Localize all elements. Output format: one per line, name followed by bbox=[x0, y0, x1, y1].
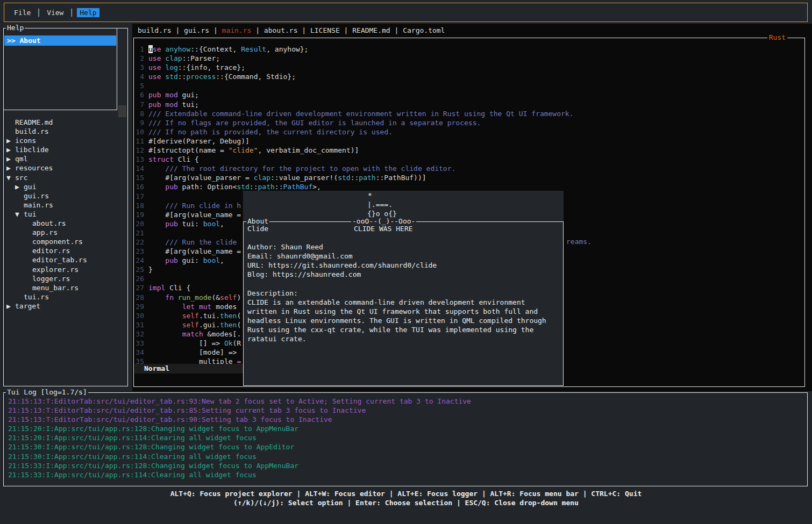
menu-item-file[interactable]: File bbox=[11, 8, 33, 17]
log-entry: 21:15:33:I:App:src/tui/app.rs:128:Changi… bbox=[8, 461, 471, 470]
tui-log-panel: Tui Log [log=1.7/s] 21:15:13:T:EditorTab… bbox=[3, 392, 808, 486]
tree-item-gui-rs[interactable]: gui.rs bbox=[4, 191, 127, 200]
tree-spacer bbox=[24, 274, 32, 283]
tree-item-tui[interactable]: ▼tui bbox=[4, 210, 127, 219]
tab-build-rs[interactable]: build.rs bbox=[138, 26, 172, 34]
code-line[interactable]: 14 /// The root directory for the projec… bbox=[134, 164, 574, 173]
line-number: 14 bbox=[134, 164, 144, 173]
tree-item-gui[interactable]: ▶gui bbox=[4, 182, 127, 191]
chevron-collapsed-icon[interactable]: ▶ bbox=[6, 163, 15, 173]
log-entry: 21:15:13:T:EditorTab:src/tui/editor_tab.… bbox=[8, 406, 471, 415]
tree-item-src[interactable]: ▼src bbox=[4, 173, 127, 182]
code-token: , anyhow}; bbox=[266, 45, 308, 53]
about-popup-line: Clide bbox=[247, 224, 560, 233]
about-popup-line bbox=[247, 279, 560, 289]
code-token: tui; bbox=[178, 101, 199, 109]
tab-cargo-toml[interactable]: Cargo.toml bbox=[403, 26, 445, 34]
code-token: /// Run clide in h bbox=[165, 202, 241, 210]
code-token: Result bbox=[241, 45, 266, 53]
tree-item-explorer-rs[interactable]: explorer.rs bbox=[4, 265, 127, 274]
tree-item-editor-rs[interactable]: editor.rs bbox=[4, 246, 127, 255]
chevron-expanded-icon[interactable]: ▼ bbox=[6, 173, 15, 182]
code-line[interactable]: 1use anyhow::{Context, Result, anyhow}; bbox=[134, 45, 574, 54]
line-number: 3 bbox=[134, 63, 144, 72]
code-line[interactable]: 15 #[arg(value_parser = clap::value_pars… bbox=[134, 173, 574, 182]
code-token: std bbox=[237, 183, 249, 191]
tree-spacer bbox=[24, 219, 32, 228]
tree-item-icons[interactable]: ▶icons bbox=[4, 136, 127, 145]
code-token bbox=[148, 183, 165, 191]
code-line[interactable]: 4use std::process::{Command, Stdio}; bbox=[134, 72, 574, 81]
code-line[interactable]: 12#[structopt(name = "clide", verbatim_d… bbox=[134, 146, 574, 155]
about-popup-line: Author: Shaun Reed bbox=[247, 242, 560, 252]
code-token: ::value_parser!( bbox=[270, 174, 338, 182]
code-token: ::{info, trace}; bbox=[178, 63, 245, 71]
explorer-scrollbar-thumb[interactable] bbox=[118, 105, 126, 117]
code-line[interactable]: 8/// Extendable command-line driven deve… bbox=[134, 109, 574, 118]
code-token bbox=[148, 330, 182, 338]
code-line[interactable]: 9/// If no flags are provided, the GUI e… bbox=[134, 118, 574, 127]
chevron-collapsed-icon[interactable]: ▶ bbox=[6, 145, 15, 154]
code-line[interactable]: 16 pub path: Option<std::path::PathBuf>, bbox=[134, 182, 574, 191]
code-line[interactable]: 6pub mod gui; bbox=[134, 90, 574, 99]
menu-item-view[interactable]: View bbox=[44, 8, 66, 17]
code-line[interactable]: 2use clap::Parser; bbox=[134, 54, 574, 63]
line-number: 34 bbox=[134, 348, 144, 357]
code-token: [mode] => bbox=[148, 348, 237, 356]
about-popup-line: ratatui crate. bbox=[247, 334, 560, 343]
code-token: use bbox=[148, 73, 161, 81]
chevron-collapsed-icon[interactable]: ▶ bbox=[15, 182, 24, 191]
code-line[interactable]: 13struct Cli { bbox=[134, 155, 574, 164]
tree-item-tui-rs[interactable]: tui.rs bbox=[4, 292, 127, 302]
menu-item-help[interactable]: Help bbox=[77, 8, 99, 17]
chevron-collapsed-icon[interactable]: ▶ bbox=[6, 154, 15, 163]
tree-item-label: build.rs bbox=[15, 127, 49, 135]
code-token: let bbox=[182, 303, 195, 311]
chevron-collapsed-icon[interactable]: ▶ bbox=[6, 302, 15, 311]
tree-item-label: editor_tab.rs bbox=[32, 256, 87, 264]
code-line[interactable]: 11#[derive(Parser, Debug)] bbox=[134, 137, 574, 146]
code-token: mod bbox=[165, 91, 177, 99]
tree-item-target[interactable]: ▶target bbox=[4, 302, 127, 311]
tree-item-build-rs[interactable]: build.rs bbox=[4, 127, 127, 136]
code-token: Ok bbox=[224, 339, 233, 347]
tree-item-app-rs[interactable]: app.rs bbox=[4, 228, 127, 237]
tree-item-about-rs[interactable]: about.rs bbox=[4, 219, 127, 228]
tab-license[interactable]: LICENSE bbox=[310, 26, 340, 34]
about-popup-content: Clide Author: Shaun ReedEmail: shaunrd0@… bbox=[247, 224, 560, 343]
tab-main-rs[interactable]: main.rs bbox=[222, 26, 252, 34]
tree-spacer bbox=[15, 200, 24, 210]
about-popup-line bbox=[247, 233, 560, 242]
code-token: bool bbox=[203, 220, 220, 228]
file-tree: README.md build.rs▶icons▶libclide▶qml▶re… bbox=[4, 118, 127, 311]
line-number: 25 bbox=[134, 265, 144, 274]
code-token: #[derive(Parser, Debug)] bbox=[148, 137, 250, 145]
about-popup-line: CLIDE is an extendable command-line driv… bbox=[247, 298, 560, 307]
tree-item-main-rs[interactable]: main.rs bbox=[4, 200, 127, 210]
tree-item-resources[interactable]: ▶resources bbox=[4, 163, 127, 173]
chevron-expanded-icon[interactable]: ▼ bbox=[15, 210, 24, 219]
tree-item-menu-bar-rs[interactable]: menu_bar.rs bbox=[4, 283, 127, 292]
tree-item-editor-tab-rs[interactable]: editor_tab.rs bbox=[4, 255, 127, 264]
tab-gui-rs[interactable]: gui.rs bbox=[184, 26, 209, 34]
code-line[interactable]: 10/// If no path is provided, the curren… bbox=[134, 127, 574, 137]
tree-spacer bbox=[24, 228, 32, 237]
tab-about-rs[interactable]: about.rs bbox=[264, 26, 298, 34]
tree-item-readme-md[interactable]: README.md bbox=[4, 118, 127, 127]
tree-item-component-rs[interactable]: component.rs bbox=[4, 237, 127, 246]
help-dropdown-item-about[interactable]: >> About bbox=[4, 35, 116, 46]
tree-item-qml[interactable]: ▶qml bbox=[4, 154, 127, 163]
chevron-collapsed-icon[interactable]: ▶ bbox=[6, 136, 15, 145]
code-token: :: bbox=[178, 73, 187, 81]
code-token: path: Option< bbox=[178, 183, 237, 191]
tree-item-logger-rs[interactable]: logger.rs bbox=[4, 274, 127, 283]
tree-spacer bbox=[6, 127, 15, 136]
tab-readme-md[interactable]: README.md bbox=[352, 26, 390, 34]
code-line[interactable]: 5 bbox=[134, 81, 574, 90]
tree-spacer bbox=[24, 265, 32, 274]
code-line[interactable]: 7pub mod tui; bbox=[134, 100, 574, 109]
tree-item-libclide[interactable]: ▶libclide bbox=[4, 145, 127, 154]
tree-spacer bbox=[6, 118, 15, 127]
about-popup-line: headless Linux environments. The GUI is … bbox=[247, 316, 560, 325]
code-line[interactable]: 3use log::{info, trace}; bbox=[134, 63, 574, 72]
